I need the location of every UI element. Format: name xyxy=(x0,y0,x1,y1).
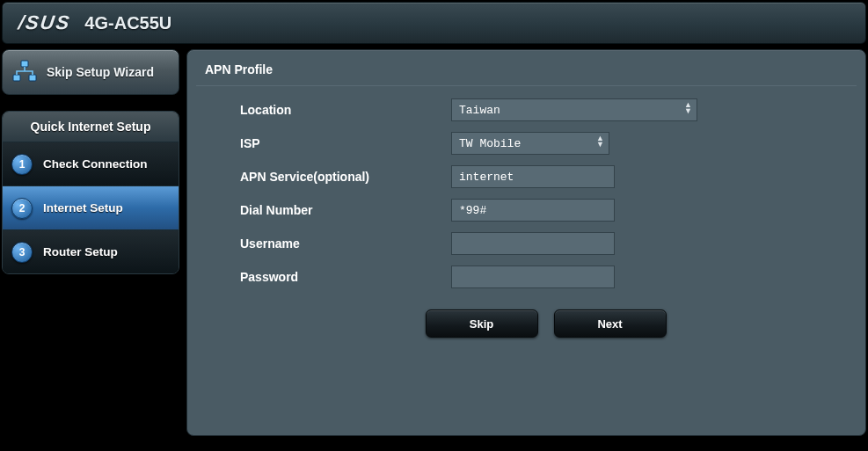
step-label: Internet Setup xyxy=(43,201,123,215)
skip-setup-wizard-label: Skip Setup Wizard xyxy=(47,65,154,79)
step-router-setup[interactable]: 3 Router Setup xyxy=(3,229,179,273)
username-label: Username xyxy=(240,236,451,251)
sidebar: Skip Setup Wizard Quick Internet Setup 1… xyxy=(2,49,186,436)
isp-select[interactable]: TW Mobile xyxy=(451,132,609,155)
network-icon xyxy=(11,60,38,84)
step-number-3: 3 xyxy=(11,242,33,263)
svg-rect-0 xyxy=(21,61,28,67)
step-check-connection[interactable]: 1 Check Connection xyxy=(3,142,179,185)
step-internet-setup[interactable]: 2 Internet Setup xyxy=(3,185,179,229)
username-input[interactable] xyxy=(451,232,615,255)
password-input[interactable] xyxy=(451,266,615,288)
isp-label: ISP xyxy=(240,136,451,150)
apn-service-label: APN Service(optional) xyxy=(240,170,451,184)
apn-service-input[interactable] xyxy=(451,165,615,188)
model-name: 4G-AC55U xyxy=(84,13,171,33)
password-label: Password xyxy=(240,270,451,284)
skip-setup-wizard-button[interactable]: Skip Setup Wizard xyxy=(2,49,179,95)
dial-number-label: Dial Number xyxy=(240,203,451,217)
step-number-2: 2 xyxy=(11,198,33,219)
quick-internet-setup-panel: Quick Internet Setup 1 Check Connection … xyxy=(2,111,179,274)
skip-button[interactable]: Skip xyxy=(426,309,538,338)
panel-title: APN Profile xyxy=(187,59,865,85)
dial-number-input[interactable] xyxy=(451,199,615,222)
step-label: Check Connection xyxy=(43,157,148,171)
step-number-1: 1 xyxy=(11,154,33,175)
location-select[interactable]: Taiwan xyxy=(451,98,697,121)
next-button[interactable]: Next xyxy=(554,309,667,338)
divider xyxy=(196,85,857,86)
app-header: /SUS 4G-AC55U xyxy=(2,2,866,44)
main-panel: APN Profile Location Taiwan ▲▼ ISP TW Mo… xyxy=(186,49,866,436)
svg-rect-1 xyxy=(13,75,20,81)
location-label: Location xyxy=(240,103,451,117)
apn-form: Location Taiwan ▲▼ ISP TW Mobile ▲▼ xyxy=(187,98,865,338)
brand-logo: /SUS xyxy=(17,11,72,34)
step-label: Router Setup xyxy=(43,245,118,258)
quick-internet-setup-title: Quick Internet Setup xyxy=(3,112,179,142)
svg-rect-2 xyxy=(29,75,36,81)
